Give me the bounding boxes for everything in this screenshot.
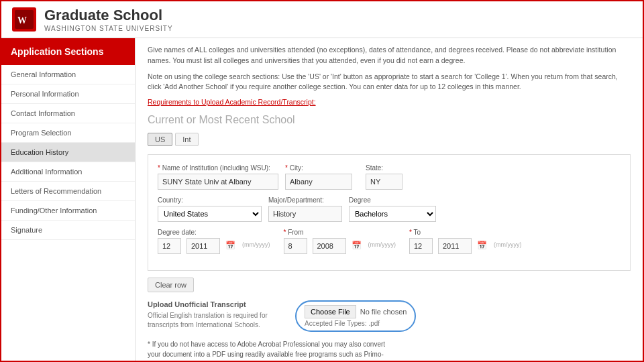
field-group-degree: Degree Bachelors (349, 196, 436, 222)
file-chooser-oval: Choose File No file chosen Accepted File… (295, 300, 416, 332)
note2: Note on using the college search section… (148, 72, 631, 93)
school-form: * Name of Institution (including WSU): *… (148, 154, 631, 271)
choose-file-button[interactable]: Choose File (305, 305, 356, 318)
form-row-3: Degree date: 📅 (mm/yyyy) * From (158, 229, 621, 254)
field-group-name: * Name of Institution (including WSU): (158, 164, 278, 190)
content-area: Give names of ALL colleges and universit… (136, 38, 643, 361)
upload-note: Official English translation is required… (148, 311, 282, 330)
svg-text:W: W (17, 15, 27, 25)
wsu-logo: W (12, 7, 36, 32)
from-calendar-icon[interactable]: 📅 (352, 241, 362, 251)
to-month-input[interactable] (409, 238, 433, 254)
city-input[interactable] (285, 174, 352, 190)
to-row: 📅 (mm/yyyy) (409, 238, 522, 254)
header-title: Graduate School (44, 7, 173, 24)
to-hint: (mm/yyyy) (494, 241, 522, 251)
state-label: State: (366, 164, 406, 172)
file-chooser-row: Choose File No file chosen (305, 305, 407, 318)
form-row-2: Country: United States Major/Department:… (158, 196, 621, 222)
degree-date-row: 📅 (mm/yyyy) (158, 238, 270, 254)
accepted-types: Accepted File Types: .pdf (305, 320, 407, 327)
sidebar: Application Sections General Information… (1, 38, 136, 361)
header-subtitle: Washington State University (44, 25, 173, 32)
field-group-degree-date: Degree date: 📅 (mm/yyyy) (158, 229, 270, 254)
field-group-to: * To 📅 (mm/yyyy) (409, 229, 522, 254)
upload-right: Choose File No file chosen Accepted File… (295, 300, 416, 332)
field-group-city: * City: (285, 164, 359, 190)
main-layout: Application Sections General Information… (1, 38, 643, 361)
requirements-link[interactable]: Requirements to Upload Academic Record/T… (148, 98, 631, 106)
country-select[interactable]: United States (158, 206, 262, 222)
from-month-input[interactable] (284, 238, 307, 254)
name-label: * Name of Institution (including WSU): (158, 164, 278, 172)
degree-select[interactable]: Bachelors (349, 206, 436, 222)
header: W Graduate School Washington State Unive… (1, 1, 643, 38)
to-label: * To (409, 229, 522, 236)
from-row: 📅 (mm/yyyy) (284, 238, 396, 254)
app-window: W Graduate School Washington State Unive… (0, 0, 644, 362)
state-input[interactable] (366, 174, 402, 190)
field-group-from: * From 📅 (mm/yyyy) (284, 229, 396, 254)
to-year-input[interactable] (438, 238, 472, 254)
sidebar-item-letters[interactable]: Letters of Recommendation (1, 182, 135, 201)
section-title: Current or Most Recent School (148, 114, 631, 126)
country-label: Country: (158, 196, 262, 204)
degree-date-hint: (mm/yyyy) (242, 241, 270, 251)
major-input[interactable] (268, 206, 342, 222)
header-text: Graduate School Washington State Univers… (44, 7, 173, 32)
degree-month-input[interactable] (158, 238, 181, 254)
from-year-input[interactable] (313, 238, 346, 254)
sidebar-item-contact[interactable]: Contact Information (1, 104, 135, 123)
clear-row-button[interactable]: Clear row (148, 278, 194, 292)
upload-section: Upload Unofficial Transcript Official En… (148, 300, 631, 361)
note1: Give names of ALL colleges and universit… (148, 45, 631, 66)
tab-us[interactable]: US (148, 133, 172, 146)
form-row-1: * Name of Institution (including WSU): *… (158, 164, 621, 190)
field-group-country: Country: United States (158, 196, 262, 222)
city-label: * City: (285, 164, 359, 172)
sidebar-item-general[interactable]: General Information (1, 65, 135, 84)
upload-label: Upload Unofficial Transcript (148, 300, 282, 308)
to-calendar-icon[interactable]: 📅 (477, 241, 487, 251)
school-tabs: US Int (148, 133, 631, 146)
sidebar-item-personal[interactable]: Personal Information (1, 84, 135, 104)
degree-date-label: Degree date: (158, 229, 270, 236)
upload-left: Upload Unofficial Transcript Official En… (148, 300, 282, 334)
adobe-note: * If you do not have access to Adobe Acr… (148, 339, 389, 361)
sidebar-item-program[interactable]: Program Selection (1, 123, 135, 143)
sidebar-item-funding[interactable]: Funding/Other Information (1, 201, 135, 221)
file-status: No file chosen (360, 308, 407, 316)
field-group-state: State: (366, 164, 406, 190)
degree-calendar-icon[interactable]: 📅 (225, 241, 235, 251)
major-label: Major/Department: (268, 196, 342, 204)
name-input[interactable] (158, 174, 278, 190)
from-hint: (mm/yyyy) (368, 241, 396, 251)
from-label: * From (284, 229, 396, 236)
field-group-major: Major/Department: (268, 196, 342, 222)
degree-label: Degree (349, 196, 436, 204)
sidebar-item-education[interactable]: Education History (1, 143, 135, 162)
degree-year-input[interactable] (186, 238, 220, 254)
sidebar-item-signature[interactable]: Signature (1, 221, 135, 240)
sidebar-item-additional[interactable]: Additional Information (1, 162, 135, 182)
tab-int[interactable]: Int (175, 133, 198, 146)
sidebar-heading: Application Sections (1, 38, 135, 65)
